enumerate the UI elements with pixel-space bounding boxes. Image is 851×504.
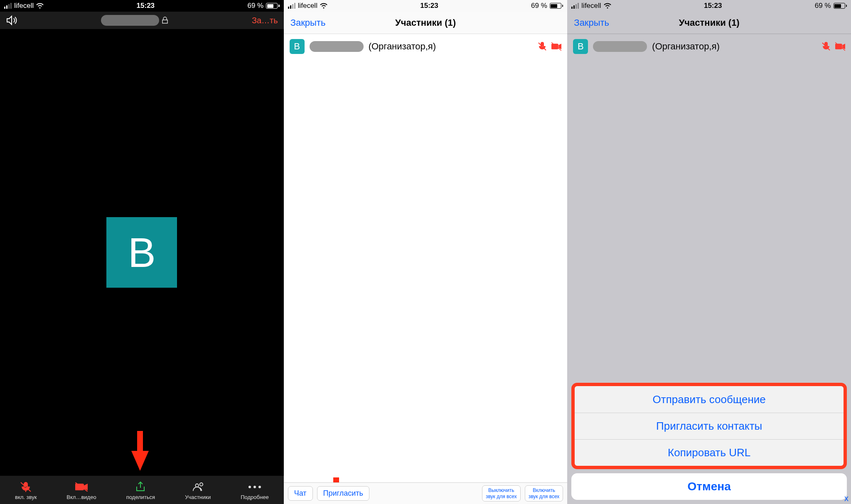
more-label: Подробнее [241, 494, 268, 500]
annotation-arrow-icon [131, 431, 149, 471]
clock-label: 15:23 [137, 2, 155, 10]
screen-meeting: lifecell 15:23 69 % За…ть В [0, 0, 284, 504]
screen-invite-sheet: lifecell 15:23 69 % Закрыть Участники (1… [567, 0, 851, 504]
status-bar: lifecell 15:23 69 % [284, 0, 568, 12]
share-icon [134, 482, 147, 492]
battery-pct-label: 69 % [815, 2, 831, 10]
participants-bottom-bar: Чат Пригласить Выключить звук для всех В… [284, 482, 568, 504]
clock-label: 15:23 [420, 2, 438, 10]
more-button[interactable]: Подробнее [241, 482, 268, 500]
toggle-audio-button[interactable]: вкл. звук [15, 482, 37, 500]
action-cancel[interactable]: Отмена [571, 473, 847, 500]
mute-all-button[interactable]: Выключить звук для всех [482, 485, 521, 502]
end-meeting-button[interactable]: За…ть [252, 16, 278, 25]
carrier-label: lifecell [298, 2, 317, 10]
participant-name-redacted [593, 41, 647, 52]
action-invite-contacts[interactable]: Пригласить контакты [575, 413, 844, 439]
participants-title: Участники (1) [395, 17, 456, 28]
participants-title: Участники (1) [679, 17, 740, 28]
carrier-label: lifecell [581, 2, 601, 10]
participant-row[interactable]: В (Организатор,я) [284, 34, 568, 59]
action-copy-url[interactable]: Копировать URL [575, 439, 844, 466]
mic-off-icon [821, 42, 831, 51]
invite-button[interactable]: Пригласить [317, 486, 369, 501]
participant-initial: В [294, 41, 300, 52]
action-send-message[interactable]: Отправить сообщение [575, 386, 844, 413]
participants-button[interactable]: Участники [185, 482, 211, 500]
battery-pct-label: 69 % [531, 2, 547, 10]
participant-role: (Организатор,я) [652, 41, 719, 52]
clock-label: 15:23 [704, 2, 722, 10]
host-avatar-letter: В [128, 229, 156, 276]
invite-action-sheet: Отправить сообщение Пригласить контакты … [567, 379, 851, 504]
participants-nav: Закрыть Участники (1) [567, 12, 851, 34]
dismiss-x-icon[interactable]: x [844, 494, 849, 503]
share-label: поделиться [126, 494, 155, 500]
speaker-icon[interactable] [6, 15, 17, 25]
mic-off-icon [537, 42, 547, 51]
signal-icon [571, 3, 579, 9]
carrier-label: lifecell [14, 2, 34, 10]
meeting-toolbar: вкл. звук Вкл…видео поделиться Участники… [0, 476, 284, 504]
video-off-icon [835, 42, 845, 51]
meeting-title-redacted [101, 15, 159, 26]
video-off-icon [75, 482, 88, 492]
close-button[interactable]: Закрыть [574, 17, 609, 28]
participants-nav: Закрыть Участники (1) [284, 12, 568, 34]
screen-participants: lifecell 15:23 69 % Закрыть Участники (1… [284, 0, 568, 504]
participant-avatar: В [573, 39, 588, 54]
battery-icon [550, 3, 563, 9]
host-avatar: В [106, 217, 177, 288]
wifi-icon [604, 3, 611, 9]
mic-off-icon [20, 482, 32, 492]
video-label: Вкл…видео [66, 494, 96, 500]
toggle-video-button[interactable]: Вкл…видео [66, 482, 96, 500]
wifi-icon [36, 3, 44, 9]
status-bar: lifecell 15:23 69 % [0, 0, 284, 12]
audio-label: вкл. звук [15, 494, 37, 500]
chat-button[interactable]: Чат [288, 486, 313, 501]
close-button[interactable]: Закрыть [290, 17, 326, 28]
meeting-top-bar: За…ть [0, 12, 284, 29]
invite-action-group: Отправить сообщение Пригласить контакты … [571, 383, 847, 469]
unmute-all-button[interactable]: Включить звук для всех [525, 485, 563, 502]
signal-icon [288, 3, 295, 9]
participant-name-redacted [310, 41, 364, 52]
participants-icon [192, 482, 204, 492]
status-bar: lifecell 15:23 69 % [567, 0, 851, 12]
battery-pct-label: 69 % [247, 2, 263, 10]
meeting-body: В [0, 29, 284, 476]
participant-role: (Организатор,я) [369, 41, 436, 52]
signal-icon [4, 3, 12, 9]
participant-row[interactable]: В (Организатор,я) [567, 34, 851, 59]
participants-label: Участники [185, 494, 211, 500]
battery-icon [834, 3, 847, 9]
share-button[interactable]: поделиться [126, 482, 155, 500]
battery-icon [266, 3, 280, 9]
more-icon [248, 482, 261, 492]
participant-initial: В [578, 41, 584, 52]
participant-avatar: В [290, 39, 305, 54]
lock-icon [162, 17, 168, 24]
wifi-icon [320, 3, 327, 9]
video-off-icon [551, 42, 561, 51]
